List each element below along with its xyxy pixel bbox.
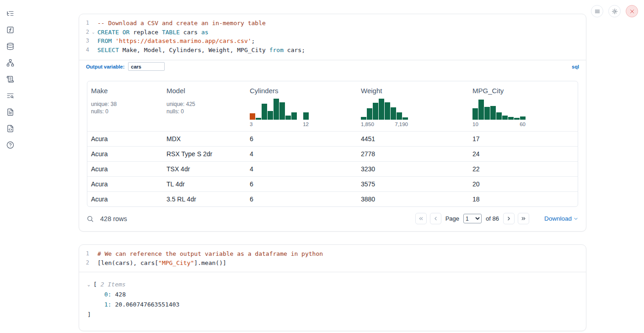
collapse-chevron-icon[interactable]: ⌄ [87,280,93,290]
column-label[interactable]: Make [91,87,159,95]
shutdown-close-icon[interactable] [626,5,638,17]
column-label[interactable]: Cylinders [250,87,354,95]
column-histogram[interactable]: 312 [250,98,309,127]
histogram-bar[interactable] [502,116,508,120]
histogram-bar[interactable] [508,117,514,120]
histogram-bar[interactable] [262,104,267,120]
python-code-editor[interactable]: 1# We can reference the output variable … [79,245,586,272]
table-row[interactable]: AcuraTSX 4dr4323022 [87,161,578,176]
histogram-bar[interactable] [285,116,291,120]
dependency-graph-icon[interactable] [4,57,16,69]
table-row[interactable]: AcuraTL 4dr6357520 [87,176,578,191]
code-line[interactable]: 1# We can reference the output variable … [79,249,586,259]
first-page-icon[interactable] [415,213,427,224]
table-cell: 4 [246,150,357,158]
table-cell: 2778 [357,150,469,158]
histogram-bar[interactable] [397,112,402,120]
settings-gear-icon[interactable] [608,5,621,17]
column-label[interactable]: Weight [361,87,465,95]
menu-icon[interactable] [591,5,603,17]
python-output: ⌄ [ 2 Items 0: 4281: 20.060747663551403 … [79,272,586,331]
code-line[interactable]: 3FROM 'https://datasets.marimo.app/cars.… [79,37,586,46]
line-number: 2 [79,28,89,37]
column-histogram[interactable]: 1060 [472,98,526,127]
next-page-icon[interactable] [503,213,515,224]
histogram-range-labels: 1,8507,190 [361,122,408,127]
table-output: Makeunique: 38nulls: 0Modelunique: 425nu… [79,73,586,207]
scroll-log-icon[interactable] [4,73,16,85]
fold-chevron-icon[interactable]: ⌄ [89,28,97,37]
histogram-bar[interactable] [496,112,502,120]
table-cell: Acura [87,165,163,173]
column-label[interactable]: Model [166,87,242,95]
histogram-bar[interactable] [303,112,309,120]
histogram-bar[interactable] [490,106,496,120]
fold-gutter [89,19,97,28]
scratchpad-function-icon[interactable] [4,24,16,36]
column-header: Makeunique: 38nulls: 0 [87,87,163,127]
histogram-bar[interactable] [385,102,390,120]
table-cell: 18 [469,196,578,203]
table-row[interactable]: AcuraRSX Type S 2dr4277824 [87,146,578,161]
page-select[interactable]: 1 [463,214,482,223]
documentation-icon[interactable] [4,106,16,118]
datasources-icon[interactable] [4,40,16,53]
sql-cell: 1-- Download a CSV and create an in-memo… [79,14,586,232]
column-header: MPG_City1060 [469,87,578,127]
sql-code-editor[interactable]: 1-- Download a CSV and create an in-memo… [79,14,586,60]
language-badge: sql [572,64,579,69]
histogram-bar[interactable] [256,118,261,120]
line-number: 3 [79,37,89,46]
table-cell: 24 [469,150,578,158]
file-tree-icon[interactable] [4,7,16,20]
download-label: Download [544,215,572,222]
download-button[interactable]: Download [544,215,579,222]
table-row[interactable]: AcuraMDX6445117 [87,131,578,146]
cell-gap [79,232,586,244]
histogram-bar[interactable] [279,102,285,120]
column-summary: unique: 425nulls: 0 [166,100,242,115]
help-icon[interactable] [4,139,16,151]
table-cell: Acura [87,180,163,188]
column-header: Cylinders312 [246,87,357,127]
histogram-bar[interactable] [268,111,273,120]
histogram-bar[interactable] [472,108,478,120]
last-page-icon[interactable] [518,213,529,224]
table-cell: 3575 [357,180,469,188]
code-line[interactable]: 2⌄CREATE OR replace TABLE cars as [79,28,586,37]
histogram-bar[interactable] [373,103,378,120]
output-variable-input[interactable] [128,62,165,71]
code-line[interactable]: 1-- Download a CSV and create an in-memo… [79,19,586,28]
table-cell: Acura [87,196,163,203]
column-label[interactable]: MPG_City [472,87,574,95]
line-number: 4 [79,46,89,55]
histogram-bar[interactable] [361,117,366,120]
histogram-bar[interactable] [520,116,526,120]
page-label: Page [445,215,459,222]
histogram-bar[interactable] [274,99,279,120]
chevron-down-icon [573,216,579,222]
table-row[interactable]: Acura3.5 RL 4dr6388018 [87,191,578,206]
histogram-range-labels: 1060 [472,122,526,127]
column-histogram[interactable]: 1,8507,190 [361,98,408,127]
code-text: -- Download a CSV and create an in-memor… [97,19,266,28]
histogram-bar[interactable] [367,108,372,120]
histogram-bar[interactable] [391,107,396,120]
snippets-icon[interactable] [4,122,16,135]
logs-search-icon[interactable] [4,90,16,102]
histogram-bar[interactable] [402,117,408,120]
code-line[interactable]: 2[len(cars), cars["MPG_City"].mean()] [79,259,586,268]
histogram-range-labels: 312 [250,122,309,127]
histogram-bar[interactable] [514,118,520,120]
code-text: # We can reference the output variable a… [97,249,323,259]
table-cell: 3.5 RL 4dr [163,196,246,203]
histogram-bar[interactable] [291,112,297,120]
search-icon[interactable] [86,215,94,222]
prev-page-icon[interactable] [430,213,441,224]
histogram-bar[interactable] [379,99,384,120]
table-header: Makeunique: 38nulls: 0Modelunique: 425nu… [87,81,578,131]
histogram-bar[interactable] [478,100,484,120]
histogram-bar[interactable] [484,107,490,120]
code-line[interactable]: 4SELECT Make, Model, Cylinders, Weight, … [79,46,586,55]
histogram-bar[interactable] [250,113,255,120]
